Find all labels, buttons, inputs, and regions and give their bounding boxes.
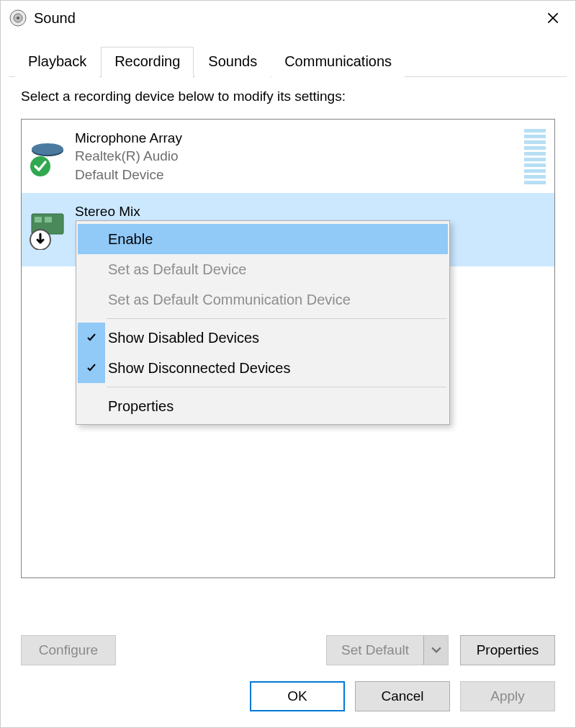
- instruction-text: Select a recording device below to modif…: [21, 89, 555, 104]
- context-menu-properties[interactable]: Properties: [78, 391, 448, 421]
- tab-recording[interactable]: Recording: [101, 47, 194, 78]
- cm-label: Set as Default Device: [105, 261, 246, 278]
- device-provider: Realtek(R) Audio: [75, 147, 182, 166]
- set-default-button: Set Default: [326, 635, 449, 665]
- check-icon: [78, 323, 105, 353]
- svg-rect-9: [35, 217, 42, 223]
- cm-check-col: [78, 284, 105, 315]
- cm-check-col: [78, 254, 105, 284]
- properties-button[interactable]: Properties: [460, 635, 555, 665]
- dialog-buttons: OK Cancel Apply: [1, 665, 575, 727]
- context-menu: Enable Set as Default Device Set as Defa…: [76, 220, 450, 425]
- tab-communications[interactable]: Communications: [271, 48, 405, 77]
- device-list[interactable]: Microphone Array Realtek(R) Audio Defaul…: [21, 119, 555, 578]
- svg-rect-10: [45, 217, 52, 223]
- svg-point-6: [32, 143, 63, 155]
- cancel-button[interactable]: Cancel: [355, 681, 450, 711]
- cm-separator: [107, 387, 446, 387]
- chevron-down-icon: [423, 636, 448, 665]
- device-buttons-row: Configure Set Default Properties: [1, 619, 575, 665]
- cm-label: Show Disabled Devices: [105, 330, 259, 346]
- cm-label: Set as Default Communication Device: [105, 292, 351, 308]
- tab-content: Select a recording device below to modif…: [1, 77, 575, 619]
- context-menu-set-default-comm: Set as Default Communication Device: [78, 284, 448, 315]
- context-menu-show-disconnected[interactable]: Show Disconnected Devices: [78, 353, 448, 383]
- cm-label: Properties: [105, 398, 174, 415]
- cm-check-col: [78, 224, 105, 254]
- set-default-label: Set Default: [327, 636, 423, 665]
- window-title: Sound: [34, 10, 536, 27]
- cm-check-col: [78, 391, 105, 421]
- device-texts: Microphone Array Realtek(R) Audio Defaul…: [75, 129, 182, 184]
- apply-button: Apply: [460, 681, 555, 711]
- tab-sounds[interactable]: Sounds: [195, 48, 270, 77]
- device-name: Microphone Array: [75, 129, 182, 148]
- cm-label: Show Disconnected Devices: [105, 360, 290, 377]
- context-menu-enable[interactable]: Enable: [78, 224, 448, 254]
- check-icon: [78, 353, 105, 383]
- tabs: Playback Recording Sounds Communications: [1, 35, 575, 77]
- titlebar: Sound: [1, 1, 575, 35]
- device-name: Stereo Mix: [75, 202, 140, 221]
- cm-separator: [107, 318, 446, 319]
- soundcard-icon: [27, 210, 68, 250]
- sound-icon: [9, 9, 27, 27]
- configure-button: Configure: [21, 635, 116, 665]
- device-item-microphone-array[interactable]: Microphone Array Realtek(R) Audio Defaul…: [22, 120, 554, 193]
- context-menu-set-default: Set as Default Device: [78, 254, 448, 284]
- close-button[interactable]: [536, 1, 570, 35]
- cm-label: Enable: [105, 231, 153, 248]
- sound-dialog: Sound Playback Recording Sounds Communic…: [0, 0, 576, 728]
- context-menu-show-disabled[interactable]: Show Disabled Devices: [78, 323, 448, 353]
- ok-button[interactable]: OK: [250, 681, 345, 711]
- svg-point-2: [17, 17, 19, 19]
- microphone-icon: [27, 136, 68, 176]
- level-meter: [524, 127, 546, 184]
- tab-playback[interactable]: Playback: [15, 48, 99, 77]
- device-status: Default Device: [75, 166, 182, 184]
